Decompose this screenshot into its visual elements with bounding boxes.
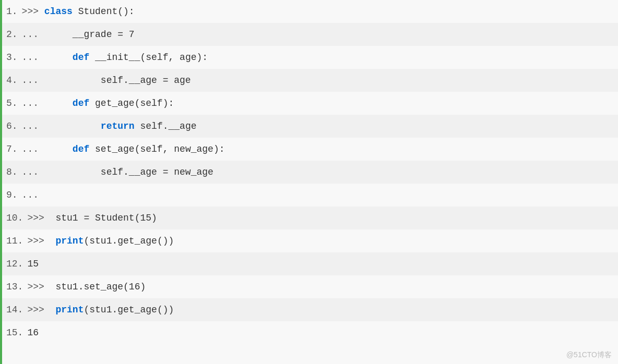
text-token bbox=[44, 52, 73, 63]
text-token: self.__age = age bbox=[44, 75, 191, 86]
code-line: 14.>>> print(stu1.get_age()) bbox=[2, 298, 618, 321]
line-number: 4. bbox=[2, 75, 20, 86]
line-number: 11. bbox=[2, 236, 25, 246]
line-content: 16 bbox=[25, 327, 39, 338]
code-line: 11.>>> print(stu1.get_age()) bbox=[2, 229, 618, 252]
code-line: 5.... def get_age(self): bbox=[2, 92, 618, 115]
prompt: ... bbox=[22, 75, 44, 86]
code-container: 1.>>> class Student():2.... __grade = 73… bbox=[0, 0, 618, 364]
code-line: 4.... self.__age = age bbox=[2, 69, 618, 92]
line-content: >>> stu1 = Student(15) bbox=[25, 213, 157, 223]
text-token: Student(): bbox=[73, 6, 135, 17]
line-number: 1. bbox=[2, 6, 20, 17]
line-content: ... __grade = 7 bbox=[20, 29, 135, 40]
line-content: ... self.__age = new_age bbox=[20, 167, 213, 177]
line-content: ... bbox=[20, 190, 44, 200]
text-token bbox=[44, 98, 73, 108]
text-token bbox=[50, 236, 56, 246]
keyword-token: return bbox=[101, 121, 135, 131]
text-token: get_age(self): bbox=[89, 98, 174, 108]
code-line: 8.... self.__age = new_age bbox=[2, 161, 618, 184]
prompt: ... bbox=[22, 190, 44, 200]
line-number: 13. bbox=[2, 282, 25, 292]
text-token: stu1 = Student(15) bbox=[50, 213, 157, 223]
text-token: (stu1.get_age()) bbox=[84, 305, 174, 315]
prompt: >>> bbox=[27, 213, 50, 223]
keyword-token: def bbox=[73, 98, 89, 108]
line-content: ... def __init__(self, age): bbox=[20, 52, 208, 63]
line-content: ... def get_age(self): bbox=[20, 98, 174, 108]
text-token: stu1.set_age(16) bbox=[50, 282, 146, 292]
line-content: >>> print(stu1.get_age()) bbox=[25, 236, 174, 246]
prompt: ... bbox=[22, 144, 44, 154]
prompt: ... bbox=[22, 29, 44, 40]
line-number: 12. bbox=[2, 259, 25, 269]
code-line: 10.>>> stu1 = Student(15) bbox=[2, 207, 618, 229]
text-token: 15 bbox=[27, 259, 39, 269]
prompt: >>> bbox=[27, 236, 50, 246]
prompt: ... bbox=[22, 98, 44, 108]
line-content: >>> print(stu1.get_age()) bbox=[25, 305, 174, 315]
watermark: @51CTO博客 bbox=[566, 350, 612, 360]
code-line: 13.>>> stu1.set_age(16) bbox=[2, 275, 618, 298]
text-token: (stu1.get_age()) bbox=[84, 236, 174, 246]
text-token: 16 bbox=[27, 327, 39, 338]
text-token: self.__age bbox=[135, 121, 197, 131]
code-line: 7.... def set_age(self, new_age): bbox=[2, 138, 618, 161]
line-number: 5. bbox=[2, 98, 20, 108]
line-content: ... def set_age(self, new_age): bbox=[20, 144, 225, 154]
code-line: 6.... return self.__age bbox=[2, 115, 618, 138]
line-number: 6. bbox=[2, 121, 20, 131]
prompt: ... bbox=[22, 52, 44, 63]
line-content: 15 bbox=[25, 259, 39, 269]
code-line: 2.... __grade = 7 bbox=[2, 23, 618, 46]
code-line: 1.>>> class Student(): bbox=[2, 0, 618, 23]
keyword-token: class bbox=[44, 6, 73, 17]
line-number: 8. bbox=[2, 167, 20, 177]
line-number: 2. bbox=[2, 29, 20, 40]
line-number: 14. bbox=[2, 305, 25, 315]
line-content: ... self.__age = age bbox=[20, 75, 191, 86]
line-content: >>> stu1.set_age(16) bbox=[25, 282, 146, 292]
line-number: 3. bbox=[2, 52, 20, 63]
code-line: 12.15 bbox=[2, 252, 618, 275]
text-token bbox=[44, 144, 73, 154]
prompt: >>> bbox=[22, 6, 44, 17]
line-number: 7. bbox=[2, 144, 20, 154]
code-line: 15.16 bbox=[2, 321, 618, 344]
keyword-token: print bbox=[55, 236, 84, 246]
text-token bbox=[50, 305, 56, 315]
keyword-token: print bbox=[55, 305, 84, 315]
line-number: 9. bbox=[2, 190, 20, 200]
keyword-token: def bbox=[73, 144, 89, 154]
text-token bbox=[44, 121, 101, 131]
prompt: ... bbox=[22, 167, 44, 177]
line-content: ... return self.__age bbox=[20, 121, 197, 131]
keyword-token: def bbox=[73, 52, 89, 63]
text-token: self.__age = new_age bbox=[44, 167, 213, 177]
code-line: 3.... def __init__(self, age): bbox=[2, 46, 618, 69]
line-number: 15. bbox=[2, 327, 25, 338]
prompt: >>> bbox=[27, 305, 50, 315]
text-token: __grade = 7 bbox=[44, 29, 135, 40]
text-token: set_age(self, new_age): bbox=[89, 144, 224, 154]
prompt: ... bbox=[22, 121, 44, 131]
line-number: 10. bbox=[2, 213, 25, 223]
text-token: __init__(self, age): bbox=[89, 52, 208, 63]
code-line: 9.... bbox=[2, 184, 618, 207]
prompt: >>> bbox=[27, 282, 50, 292]
line-content: >>> class Student(): bbox=[20, 6, 135, 17]
